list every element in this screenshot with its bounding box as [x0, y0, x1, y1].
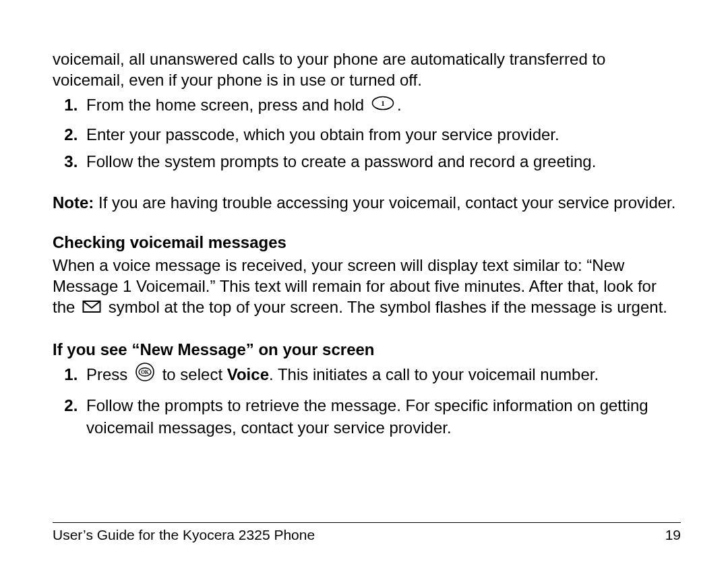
checking-paragraph: When a voice message is received, your s…: [53, 255, 681, 320]
step-text-d: . This initiates a call to your voicemai…: [269, 365, 599, 383]
voice-label: Voice: [227, 365, 269, 383]
key-1-icon: 1: [371, 94, 394, 116]
newmsg-step-1: Press OK to select Voice. This initiates…: [82, 362, 681, 389]
svg-text:1: 1: [381, 99, 385, 107]
setup-steps-list: From the home screen, press and hold 1 .…: [53, 94, 681, 173]
step-text-b: to select: [158, 365, 227, 383]
step-text-a: Press: [86, 365, 132, 383]
envelope-icon: [82, 297, 101, 318]
newmsg-steps-list: Press OK to select Voice. This initiates…: [53, 362, 681, 439]
footer-title: User’s Guide for the Kyocera 2325 Phone: [53, 527, 315, 543]
document-page: voicemail, all unanswered calls to your …: [0, 0, 728, 562]
ok-key-icon: OK: [135, 362, 155, 387]
note-label: Note:: [53, 193, 94, 212]
heading-new-message: If you see “New Message” on your screen: [53, 340, 681, 359]
page-number: 19: [665, 527, 681, 543]
page-footer: User’s Guide for the Kyocera 2325 Phone …: [53, 522, 681, 543]
step-text-tail: .: [397, 96, 402, 114]
svg-text:OK: OK: [141, 369, 149, 375]
intro-paragraph: voicemail, all unanswered calls to your …: [53, 49, 681, 90]
heading-checking-voicemail: Checking voicemail messages: [53, 233, 681, 252]
setup-step-3: Follow the system prompts to create a pa…: [82, 151, 681, 173]
checking-text-b: symbol at the top of your screen. The sy…: [104, 298, 667, 316]
setup-step-2: Enter your passcode, which you obtain fr…: [82, 124, 681, 146]
setup-step-1: From the home screen, press and hold 1 .: [82, 94, 681, 118]
step-text: From the home screen, press and hold: [86, 96, 364, 114]
newmsg-step-2: Follow the prompts to retrieve the messa…: [82, 395, 681, 439]
note-paragraph: Note: If you are having trouble accessin…: [53, 192, 681, 213]
note-body: If you are having trouble accessing your…: [94, 193, 675, 212]
